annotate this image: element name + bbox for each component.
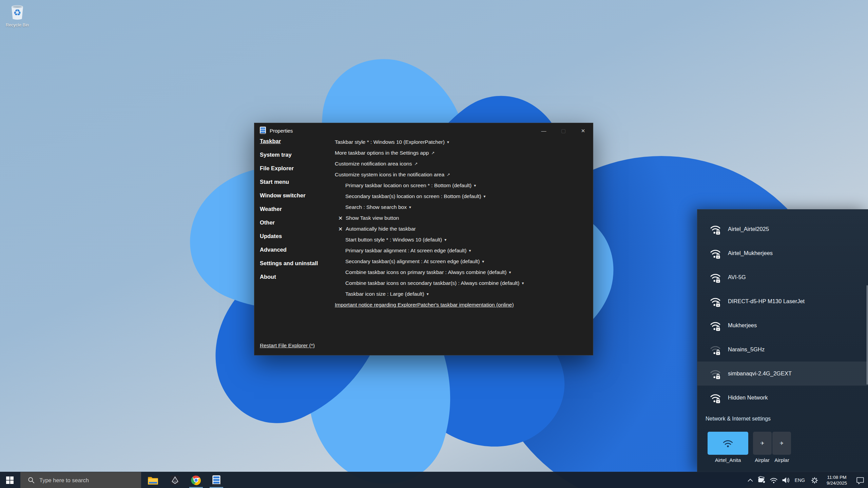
checkbox-checked-icon[interactable]: ✕	[338, 215, 343, 221]
chrome-icon	[191, 475, 201, 486]
restart-file-explorer-link[interactable]: Restart File Explorer (*)	[260, 341, 315, 350]
wifi-icon	[722, 439, 733, 448]
tray-network[interactable]	[768, 472, 780, 488]
wifi-network-item[interactable]: AVI-5G	[697, 265, 868, 289]
recycle-bin-shortcut[interactable]: ♻ Recycle Bin	[3, 3, 32, 27]
sidebar-item-file-explorer[interactable]: File Explorer	[260, 165, 294, 174]
wifi-secured-icon	[710, 248, 721, 259]
setting-auto-hide-taskbar[interactable]: ✕Automatically hide the taskbar	[338, 223, 416, 234]
setting-taskbar-icon-size[interactable]: Taskbar icon size : Large (default)▾	[345, 289, 429, 299]
wifi-network-item[interactable]: Airtel_Airtel2025	[697, 217, 868, 241]
dropdown-arrow-icon: ▾	[484, 194, 486, 199]
close-button[interactable]: ✕	[573, 123, 593, 139]
wifi-quick-toggle[interactable]	[708, 432, 748, 455]
wifi-secured-icon	[710, 392, 721, 404]
wifi-secured-weak-icon	[710, 344, 721, 355]
airplane-icon: ✈	[760, 441, 765, 446]
dropdown-arrow-icon: ▾	[522, 281, 524, 286]
setting-more-taskbar-options[interactable]: More taskbar options in the Settings app…	[335, 148, 435, 158]
wifi-network-item[interactable]: Mukherjees	[697, 313, 868, 337]
gear-icon	[811, 477, 818, 484]
external-link-icon: ↗	[414, 161, 418, 166]
dropdown-arrow-icon: ▾	[444, 237, 446, 242]
tray-chevron-button[interactable]	[745, 472, 755, 488]
taskbar-app-dark-diamond[interactable]	[167, 472, 183, 488]
speaker-icon	[782, 477, 790, 484]
sidebar-item-taskbar[interactable]: Taskbar	[260, 138, 281, 147]
windows-logo-icon	[6, 476, 14, 484]
sidebar-item-system-tray[interactable]: System tray	[260, 152, 292, 160]
sidebar-item-settings-uninstall[interactable]: Settings and uninstall	[260, 260, 318, 269]
system-tray: ENG 11:08 PM 9/24/2025	[745, 472, 868, 488]
dropdown-arrow-icon: ▾	[509, 270, 511, 275]
notification-icon	[856, 476, 864, 484]
taskbar-file-explorer[interactable]	[145, 472, 161, 488]
wifi-network-item[interactable]: Hidden Network	[697, 386, 868, 410]
sidebar-item-about[interactable]: About	[260, 274, 276, 282]
taskbar-search[interactable]	[20, 472, 141, 488]
svg-text:♻: ♻	[13, 7, 21, 18]
start-button[interactable]	[0, 472, 20, 488]
wifi-tile-label: Airtel_Anita	[708, 457, 748, 463]
sidebar-item-start-menu[interactable]: Start menu	[260, 179, 289, 188]
dropdown-arrow-icon: ▾	[469, 248, 471, 253]
tray-clock[interactable]: 11:08 PM 9/24/2025	[821, 472, 852, 488]
chevron-up-icon	[748, 479, 753, 482]
tray-language[interactable]: ENG	[792, 472, 808, 488]
taskbar-chrome[interactable]	[188, 472, 204, 488]
minimize-button[interactable]: —	[534, 123, 554, 139]
action-center-button[interactable]	[852, 472, 868, 488]
setting-combine-primary[interactable]: Combine taskbar icons on primary taskbar…	[345, 267, 511, 278]
sidebar-item-advanced[interactable]: Advanced	[260, 247, 287, 255]
airplane-icon: ✈	[780, 441, 784, 446]
maximize-button: ▢	[554, 123, 573, 139]
wifi-network-item-highlighted[interactable]: simbanaqvi-2.4G_2GEXT	[697, 362, 868, 386]
setting-primary-taskbar-location[interactable]: Primary taskbar location on screen * : B…	[345, 180, 476, 191]
wifi-network-item[interactable]: Narains_5GHz	[697, 337, 868, 362]
wifi-secured-icon	[710, 223, 721, 235]
sidebar-item-updates[interactable]: Updates	[260, 233, 282, 242]
taskbar-explorerpatcher[interactable]	[208, 472, 225, 488]
wifi-icon	[770, 477, 778, 484]
explorerpatcher-icon	[212, 475, 221, 486]
setting-secondary-taskbar-alignment[interactable]: Secondary taskbar(s) alignment : At scre…	[345, 256, 484, 267]
setting-secondary-taskbar-location[interactable]: Secondary taskbar(s) location on screen …	[345, 191, 486, 202]
setting-primary-taskbar-alignment[interactable]: Primary taskbar alignment : At screen ed…	[345, 245, 471, 256]
sidebar-item-weather[interactable]: Weather	[260, 206, 282, 215]
network-internet-settings-link[interactable]: Network & Internet settings	[706, 416, 771, 422]
airplane-tile-label-2: Airplar	[771, 457, 792, 463]
external-link-icon: ↗	[431, 151, 435, 155]
tray-photos-sync[interactable]	[755, 472, 768, 488]
clock-time: 11:08 PM	[827, 474, 847, 480]
airplane-mode-tile[interactable]: ✈	[753, 432, 772, 455]
wifi-network-item[interactable]: Airtel_Mukherjees	[697, 241, 868, 265]
recycle-bin-icon: ♻	[9, 3, 25, 20]
file-explorer-icon	[148, 476, 158, 485]
airplane-tile-label: Airplar	[752, 457, 773, 463]
dropdown-arrow-icon: ▾	[474, 183, 476, 188]
airplane-mode-tile-2[interactable]: ✈	[772, 432, 791, 455]
wifi-network-item[interactable]: DIRECT-d5-HP M130 LaserJet	[697, 289, 868, 313]
properties-window: Properties — ▢ ✕ Taskbar System tray Fil…	[254, 123, 593, 355]
clock-date: 9/24/2025	[827, 480, 847, 486]
scrollbar-thumb[interactable]	[867, 285, 868, 385]
checkbox-checked-icon[interactable]: ✕	[338, 226, 343, 232]
sidebar-item-other[interactable]: Other	[260, 219, 275, 228]
sidebar-item-window-switcher[interactable]: Window switcher	[260, 192, 306, 201]
setting-combine-secondary[interactable]: Combine taskbar icons on secondary taskb…	[345, 278, 524, 289]
tray-settings[interactable]	[808, 472, 821, 488]
tray-volume[interactable]	[780, 472, 792, 488]
window-title: Properties	[270, 128, 293, 134]
setting-customize-notification-icons[interactable]: Customize notification area icons↗	[335, 158, 418, 169]
setting-taskbar-style[interactable]: Taskbar style * : Windows 10 (ExplorerPa…	[335, 137, 449, 148]
search-input[interactable]	[39, 477, 134, 484]
taskbar-notice-link[interactable]: Important notice regarding ExplorerPatch…	[335, 299, 514, 310]
recycle-bin-label: Recycle Bin	[3, 22, 32, 27]
wifi-secured-icon	[710, 320, 721, 331]
setting-show-task-view[interactable]: ✕Show Task view button	[338, 213, 399, 223]
setting-search-mode[interactable]: Search : Show search box▾	[345, 202, 411, 213]
wifi-secured-icon	[710, 296, 721, 307]
explorerpatcher-icon	[259, 126, 266, 135]
setting-start-button-style[interactable]: Start button style * : Windows 10 (defau…	[345, 234, 446, 245]
setting-customize-system-icons[interactable]: Customize system icons in the notificati…	[335, 169, 450, 180]
